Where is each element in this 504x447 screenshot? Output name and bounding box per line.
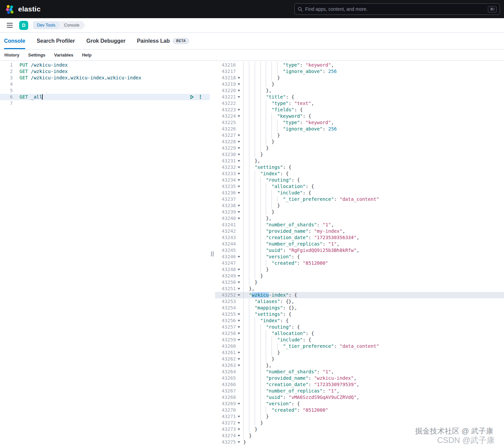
send-request-button[interactable] — [190, 95, 194, 99]
code-text: "provided_name": "my-index", — [242, 228, 345, 234]
tab-console[interactable]: Console — [4, 33, 25, 49]
breadcrumb-dev-tools[interactable]: Dev Tools — [33, 21, 61, 29]
fold-toggle-icon[interactable] — [236, 420, 242, 426]
fold-toggle-icon[interactable] — [236, 439, 242, 445]
fold-toggle-icon[interactable] — [236, 171, 242, 177]
fold-toggle-icon[interactable] — [236, 75, 242, 81]
fold-toggle-icon[interactable] — [236, 113, 242, 119]
fold-toggle-icon[interactable] — [236, 349, 242, 356]
fold-toggle-icon[interactable] — [236, 132, 242, 139]
response-line: 43219} — [215, 81, 504, 87]
response-line: 43241"number_of_shards": "1", — [215, 222, 504, 228]
line-number: 43225 — [215, 119, 236, 126]
fold-toggle-icon[interactable] — [236, 190, 242, 196]
code-text: "uuid": "RgFgixdQQ9i25b3Bh8kRfw", — [242, 247, 360, 254]
fold-toggle-icon[interactable] — [236, 311, 242, 318]
line-number: 1 — [3, 62, 13, 68]
line-number: 43250 — [215, 279, 236, 286]
fold-toggle-icon[interactable] — [236, 158, 242, 164]
fold-spacer — [236, 407, 242, 413]
request-line[interactable]: 3GET /wzkicu-index,wzkicu-index,wzkicu-i… — [0, 75, 210, 81]
code-text: } — [242, 420, 263, 426]
breadcrumb-bar: D Dev Tools Console — [0, 18, 504, 33]
global-search[interactable]: ⌘/ — [294, 3, 500, 15]
tab-search-profiler[interactable]: Search Profiler — [37, 33, 75, 49]
response-line: 43256"index": { — [215, 318, 504, 324]
request-line[interactable]: 1PUT /wzkicu-index — [0, 62, 210, 68]
menu-variables[interactable]: Variables — [54, 52, 73, 58]
fold-toggle-icon[interactable] — [236, 286, 242, 292]
menu-history[interactable]: History — [4, 52, 19, 58]
fold-toggle-icon[interactable] — [236, 81, 242, 87]
fold-toggle-icon[interactable] — [236, 330, 242, 337]
request-line[interactable]: 2GET /wzkicu-index — [0, 68, 210, 75]
line-number: 43259 — [215, 337, 236, 343]
panel-splitter[interactable] — [210, 61, 215, 447]
fold-toggle-icon[interactable] — [236, 254, 242, 260]
code-text: } — [242, 81, 275, 87]
code-text: "routing": { — [242, 324, 300, 330]
line-number: 43219 — [215, 81, 236, 87]
space-avatar[interactable]: D — [19, 21, 28, 30]
kibana-console-app: elastic ⌘/ D Dev Tools Console Console S… — [0, 0, 504, 447]
fold-toggle-icon[interactable] — [236, 209, 242, 215]
code-text: } — [242, 426, 257, 433]
fold-toggle-icon[interactable] — [236, 292, 242, 298]
tab-label: Grok Debugger — [86, 38, 125, 44]
breadcrumb-console[interactable]: Console — [59, 21, 85, 29]
request-editor[interactable]: 1PUT /wzkicu-index2GET /wzkicu-index3GET… — [0, 61, 210, 447]
response-line: 43243"creation_date": "1723530356334", — [215, 234, 504, 241]
line-number: 43244 — [215, 241, 236, 247]
request-line[interactable]: 6GET _all⋮ — [0, 94, 210, 100]
fold-toggle-icon[interactable] — [236, 401, 242, 407]
nav-menu-button[interactable] — [7, 23, 13, 28]
fold-toggle-icon[interactable] — [236, 151, 242, 158]
response-line: 43236"include": { — [215, 190, 504, 196]
fold-toggle-icon[interactable] — [236, 413, 242, 420]
fold-toggle-icon[interactable] — [236, 177, 242, 183]
response-line: 43240}, — [215, 215, 504, 222]
code-text: "index": { — [242, 318, 289, 324]
fold-toggle-icon[interactable] — [236, 318, 242, 324]
fold-toggle-icon[interactable] — [236, 107, 242, 113]
line-number: 43224 — [215, 113, 236, 119]
response-output[interactable]: 43216"type": "keyword",43217"ignore_abov… — [215, 61, 504, 447]
fold-toggle-icon[interactable] — [236, 324, 242, 330]
text-cursor — [42, 94, 43, 100]
search-input[interactable] — [305, 6, 486, 12]
line-number: 2 — [3, 68, 13, 75]
fold-toggle-icon[interactable] — [236, 337, 242, 343]
elastic-home-link[interactable]: elastic — [5, 5, 41, 14]
response-line: 43269"version": { — [215, 401, 504, 407]
fold-toggle-icon[interactable] — [236, 266, 242, 273]
fold-toggle-icon[interactable] — [236, 433, 242, 439]
request-line[interactable]: 4 — [0, 81, 210, 87]
fold-toggle-icon[interactable] — [236, 183, 242, 190]
code-text: "_tier_preference": "data_content" — [242, 196, 379, 202]
fold-toggle-icon[interactable] — [236, 279, 242, 286]
response-line: 43230} — [215, 151, 504, 158]
fold-toggle-icon[interactable] — [236, 356, 242, 362]
line-number: 43249 — [215, 273, 236, 279]
fold-toggle-icon[interactable] — [236, 145, 242, 151]
fold-toggle-icon[interactable] — [236, 94, 242, 100]
line-number: 43261 — [215, 349, 236, 356]
tab-painless-lab[interactable]: Painless Lab BETA — [137, 33, 189, 49]
code-text: "type": "keyword", — [242, 119, 334, 126]
fold-toggle-icon[interactable] — [236, 139, 242, 145]
request-line[interactable]: 7 — [0, 100, 210, 107]
request-line[interactable]: 5 — [0, 87, 210, 94]
fold-toggle-icon[interactable] — [236, 215, 242, 222]
fold-toggle-icon[interactable] — [236, 202, 242, 209]
line-number: 43269 — [215, 401, 236, 407]
tab-grok-debugger[interactable]: Grok Debugger — [86, 33, 125, 49]
fold-toggle-icon[interactable] — [236, 362, 242, 369]
fold-toggle-icon[interactable] — [236, 87, 242, 94]
request-options-button[interactable]: ⋮ — [198, 95, 203, 100]
menu-help[interactable]: Help — [82, 52, 91, 58]
code-text: } — [242, 433, 252, 439]
menu-settings[interactable]: Settings — [28, 52, 45, 58]
fold-toggle-icon[interactable] — [236, 273, 242, 279]
fold-toggle-icon[interactable] — [236, 426, 242, 433]
fold-toggle-icon[interactable] — [236, 164, 242, 171]
